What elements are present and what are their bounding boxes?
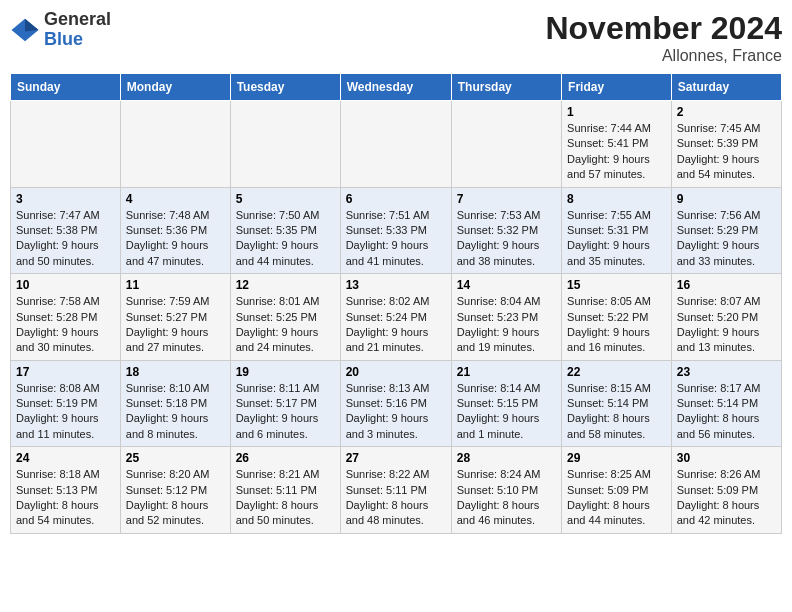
day-cell: 4Sunrise: 7:48 AM Sunset: 5:36 PM Daylig…: [120, 187, 230, 274]
day-number: 8: [567, 192, 666, 206]
day-info: Sunrise: 7:45 AM Sunset: 5:39 PM Dayligh…: [677, 121, 776, 183]
logo: General Blue: [10, 10, 111, 50]
day-cell: 18Sunrise: 8:10 AM Sunset: 5:18 PM Dayli…: [120, 360, 230, 447]
weekday-friday: Friday: [562, 74, 672, 101]
day-cell: 24Sunrise: 8:18 AM Sunset: 5:13 PM Dayli…: [11, 447, 121, 534]
day-number: 28: [457, 451, 556, 465]
weekday-tuesday: Tuesday: [230, 74, 340, 101]
day-info: Sunrise: 8:15 AM Sunset: 5:14 PM Dayligh…: [567, 381, 666, 443]
day-number: 16: [677, 278, 776, 292]
day-info: Sunrise: 8:14 AM Sunset: 5:15 PM Dayligh…: [457, 381, 556, 443]
logo-general-text: General: [44, 9, 111, 29]
day-info: Sunrise: 7:56 AM Sunset: 5:29 PM Dayligh…: [677, 208, 776, 270]
week-row-2: 3Sunrise: 7:47 AM Sunset: 5:38 PM Daylig…: [11, 187, 782, 274]
day-info: Sunrise: 8:08 AM Sunset: 5:19 PM Dayligh…: [16, 381, 115, 443]
day-cell: [451, 101, 561, 188]
day-number: 10: [16, 278, 115, 292]
day-number: 24: [16, 451, 115, 465]
day-cell: 17Sunrise: 8:08 AM Sunset: 5:19 PM Dayli…: [11, 360, 121, 447]
header: General Blue November 2024 Allonnes, Fra…: [10, 10, 782, 65]
day-number: 29: [567, 451, 666, 465]
day-number: 13: [346, 278, 446, 292]
day-info: Sunrise: 7:44 AM Sunset: 5:41 PM Dayligh…: [567, 121, 666, 183]
day-info: Sunrise: 8:13 AM Sunset: 5:16 PM Dayligh…: [346, 381, 446, 443]
day-info: Sunrise: 8:11 AM Sunset: 5:17 PM Dayligh…: [236, 381, 335, 443]
logo-blue-text: Blue: [44, 29, 83, 49]
day-cell: [340, 101, 451, 188]
day-number: 18: [126, 365, 225, 379]
day-info: Sunrise: 7:51 AM Sunset: 5:33 PM Dayligh…: [346, 208, 446, 270]
day-info: Sunrise: 7:50 AM Sunset: 5:35 PM Dayligh…: [236, 208, 335, 270]
day-number: 9: [677, 192, 776, 206]
weekday-saturday: Saturday: [671, 74, 781, 101]
day-info: Sunrise: 8:17 AM Sunset: 5:14 PM Dayligh…: [677, 381, 776, 443]
day-info: Sunrise: 8:24 AM Sunset: 5:10 PM Dayligh…: [457, 467, 556, 529]
day-number: 11: [126, 278, 225, 292]
day-cell: 23Sunrise: 8:17 AM Sunset: 5:14 PM Dayli…: [671, 360, 781, 447]
day-cell: 6Sunrise: 7:51 AM Sunset: 5:33 PM Daylig…: [340, 187, 451, 274]
day-number: 4: [126, 192, 225, 206]
weekday-sunday: Sunday: [11, 74, 121, 101]
logo-text: General Blue: [44, 10, 111, 50]
day-info: Sunrise: 8:21 AM Sunset: 5:11 PM Dayligh…: [236, 467, 335, 529]
svg-marker-1: [25, 19, 39, 32]
day-cell: 12Sunrise: 8:01 AM Sunset: 5:25 PM Dayli…: [230, 274, 340, 361]
day-number: 23: [677, 365, 776, 379]
day-cell: 3Sunrise: 7:47 AM Sunset: 5:38 PM Daylig…: [11, 187, 121, 274]
day-number: 19: [236, 365, 335, 379]
day-info: Sunrise: 8:20 AM Sunset: 5:12 PM Dayligh…: [126, 467, 225, 529]
day-cell: 11Sunrise: 7:59 AM Sunset: 5:27 PM Dayli…: [120, 274, 230, 361]
day-info: Sunrise: 8:01 AM Sunset: 5:25 PM Dayligh…: [236, 294, 335, 356]
day-number: 5: [236, 192, 335, 206]
day-cell: 8Sunrise: 7:55 AM Sunset: 5:31 PM Daylig…: [562, 187, 672, 274]
day-info: Sunrise: 8:26 AM Sunset: 5:09 PM Dayligh…: [677, 467, 776, 529]
day-info: Sunrise: 8:18 AM Sunset: 5:13 PM Dayligh…: [16, 467, 115, 529]
day-info: Sunrise: 7:47 AM Sunset: 5:38 PM Dayligh…: [16, 208, 115, 270]
day-number: 20: [346, 365, 446, 379]
day-cell: 1Sunrise: 7:44 AM Sunset: 5:41 PM Daylig…: [562, 101, 672, 188]
day-number: 1: [567, 105, 666, 119]
day-cell: 5Sunrise: 7:50 AM Sunset: 5:35 PM Daylig…: [230, 187, 340, 274]
day-cell: 9Sunrise: 7:56 AM Sunset: 5:29 PM Daylig…: [671, 187, 781, 274]
day-number: 30: [677, 451, 776, 465]
day-cell: 28Sunrise: 8:24 AM Sunset: 5:10 PM Dayli…: [451, 447, 561, 534]
day-info: Sunrise: 8:07 AM Sunset: 5:20 PM Dayligh…: [677, 294, 776, 356]
month-title: November 2024: [545, 10, 782, 47]
day-cell: 15Sunrise: 8:05 AM Sunset: 5:22 PM Dayli…: [562, 274, 672, 361]
day-number: 2: [677, 105, 776, 119]
day-info: Sunrise: 8:02 AM Sunset: 5:24 PM Dayligh…: [346, 294, 446, 356]
day-cell: 20Sunrise: 8:13 AM Sunset: 5:16 PM Dayli…: [340, 360, 451, 447]
weekday-wednesday: Wednesday: [340, 74, 451, 101]
day-cell: 30Sunrise: 8:26 AM Sunset: 5:09 PM Dayli…: [671, 447, 781, 534]
weekday-header-row: SundayMondayTuesdayWednesdayThursdayFrid…: [11, 74, 782, 101]
day-cell: 29Sunrise: 8:25 AM Sunset: 5:09 PM Dayli…: [562, 447, 672, 534]
week-row-4: 17Sunrise: 8:08 AM Sunset: 5:19 PM Dayli…: [11, 360, 782, 447]
week-row-5: 24Sunrise: 8:18 AM Sunset: 5:13 PM Dayli…: [11, 447, 782, 534]
week-row-1: 1Sunrise: 7:44 AM Sunset: 5:41 PM Daylig…: [11, 101, 782, 188]
day-cell: 13Sunrise: 8:02 AM Sunset: 5:24 PM Dayli…: [340, 274, 451, 361]
logo-icon: [10, 15, 40, 45]
day-cell: [230, 101, 340, 188]
day-info: Sunrise: 8:05 AM Sunset: 5:22 PM Dayligh…: [567, 294, 666, 356]
day-cell: 14Sunrise: 8:04 AM Sunset: 5:23 PM Dayli…: [451, 274, 561, 361]
day-info: Sunrise: 8:10 AM Sunset: 5:18 PM Dayligh…: [126, 381, 225, 443]
day-cell: 22Sunrise: 8:15 AM Sunset: 5:14 PM Dayli…: [562, 360, 672, 447]
day-cell: 19Sunrise: 8:11 AM Sunset: 5:17 PM Dayli…: [230, 360, 340, 447]
day-number: 27: [346, 451, 446, 465]
day-number: 15: [567, 278, 666, 292]
day-number: 7: [457, 192, 556, 206]
day-cell: 2Sunrise: 7:45 AM Sunset: 5:39 PM Daylig…: [671, 101, 781, 188]
day-number: 12: [236, 278, 335, 292]
day-info: Sunrise: 7:48 AM Sunset: 5:36 PM Dayligh…: [126, 208, 225, 270]
day-cell: 26Sunrise: 8:21 AM Sunset: 5:11 PM Dayli…: [230, 447, 340, 534]
day-info: Sunrise: 8:04 AM Sunset: 5:23 PM Dayligh…: [457, 294, 556, 356]
day-number: 21: [457, 365, 556, 379]
day-cell: 25Sunrise: 8:20 AM Sunset: 5:12 PM Dayli…: [120, 447, 230, 534]
calendar-table: SundayMondayTuesdayWednesdayThursdayFrid…: [10, 73, 782, 534]
day-cell: [11, 101, 121, 188]
week-row-3: 10Sunrise: 7:58 AM Sunset: 5:28 PM Dayli…: [11, 274, 782, 361]
weekday-monday: Monday: [120, 74, 230, 101]
day-cell: 7Sunrise: 7:53 AM Sunset: 5:32 PM Daylig…: [451, 187, 561, 274]
day-info: Sunrise: 8:22 AM Sunset: 5:11 PM Dayligh…: [346, 467, 446, 529]
day-info: Sunrise: 7:55 AM Sunset: 5:31 PM Dayligh…: [567, 208, 666, 270]
